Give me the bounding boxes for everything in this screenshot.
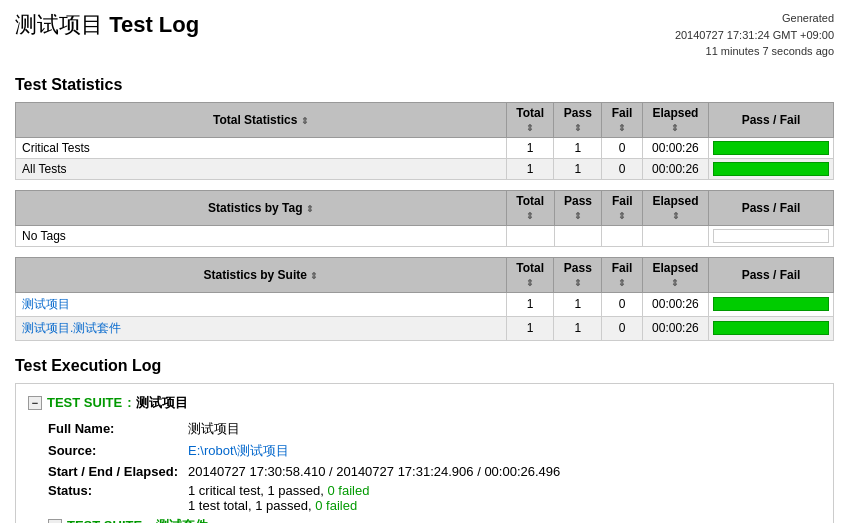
suite-row-1-fail: 0	[602, 292, 643, 316]
pass-fail-bar-empty	[713, 229, 829, 243]
tag-stats-header: Statistics by Tag ⇕	[16, 190, 507, 225]
start-end-row: Start / End / Elapsed: 20140727 17:30:58…	[48, 464, 821, 479]
table-row: 测试项目.测试套件 1 1 0 00:00:26	[16, 316, 834, 340]
suite-row-1-elapsed: 00:00:26	[642, 292, 708, 316]
source-row: Source: E:\robot\测试项目	[48, 442, 821, 460]
table-row: Critical Tests 1 1 0 00:00:26	[16, 137, 834, 158]
total-col-header: Total ⇕	[506, 102, 554, 137]
main-suite-toggle[interactable]: −	[28, 396, 42, 410]
all-tests-label: All Tests	[16, 158, 507, 179]
pass-fail-bar-green	[713, 297, 829, 311]
total-statistics-table: Total Statistics ⇕ Total ⇕ Pass ⇕ Fail ⇕…	[15, 102, 834, 180]
pass-col-header: Pass ⇕	[554, 102, 602, 137]
suite-stats-header: Statistics by Suite ⇕	[16, 257, 507, 292]
no-tags-label: No Tags	[16, 225, 507, 246]
elapsed-col-header: Elapsed ⇕	[642, 102, 708, 137]
all-pass: 1	[554, 158, 602, 179]
suite-row-1-name: 测试项目	[16, 292, 507, 316]
suite-elapsed-header: Elapsed ⇕	[642, 257, 708, 292]
pass-fail-bar-green	[713, 162, 829, 176]
notag-pass-fail-bar	[709, 225, 834, 246]
suite-row-2-bar	[708, 316, 833, 340]
pass-fail-col-header: Pass / Fail	[708, 102, 833, 137]
main-suite-colon: :	[127, 395, 131, 410]
table-row: 测试项目 1 1 0 00:00:26	[16, 292, 834, 316]
suite-fail-header: Fail ⇕	[602, 257, 643, 292]
status-value: 1 critical test, 1 passed, 0 failed 1 te…	[188, 483, 369, 513]
pass-fail-bar-green	[713, 141, 829, 155]
execution-log-box: − TEST SUITE : 测试项目 Full Name: 测试项目 Sour…	[15, 383, 834, 524]
suite-row-2-elapsed: 00:00:26	[642, 316, 708, 340]
sub-suite-header: + TEST SUITE : 测试套件	[48, 517, 821, 524]
suite-link-2[interactable]: 测试项目.测试套件	[22, 321, 121, 335]
page-title: 测试项目 Test Log	[15, 10, 199, 40]
suite-row-1-pass: 1	[554, 292, 602, 316]
notag-total	[506, 225, 554, 246]
all-pass-fail-bar	[708, 158, 833, 179]
execution-section: Test Execution Log − TEST SUITE : 测试项目 F…	[15, 357, 834, 524]
pass-fail-bar-green	[713, 321, 829, 335]
suite-pass-fail-header: Pass / Fail	[708, 257, 833, 292]
suite-row-2-total: 1	[506, 316, 554, 340]
all-total: 1	[506, 158, 554, 179]
suite-link-1[interactable]: 测试项目	[22, 297, 70, 311]
suite-pass-header: Pass ⇕	[554, 257, 602, 292]
tag-fail-header: Fail ⇕	[602, 190, 643, 225]
notag-pass	[554, 225, 602, 246]
notag-fail	[602, 225, 643, 246]
suite-total-header: Total ⇕	[506, 257, 554, 292]
all-fail: 0	[602, 158, 643, 179]
table-row: No Tags	[16, 225, 834, 246]
fail-col-header: Fail ⇕	[602, 102, 643, 137]
critical-elapsed: 00:00:26	[642, 137, 708, 158]
test-statistics-section: Test Statistics Total Statistics ⇕ Total…	[15, 76, 834, 341]
sub-suite-toggle[interactable]: +	[48, 519, 62, 524]
source-link[interactable]: E:\robot\测试项目	[188, 443, 289, 458]
tag-pass-header: Pass ⇕	[554, 190, 602, 225]
page-header: 测试项目 Test Log Generated 20140727 17:31:2…	[15, 10, 834, 60]
tag-pass-fail-header: Pass / Fail	[709, 190, 834, 225]
test-statistics-title: Test Statistics	[15, 76, 834, 94]
critical-fail: 0	[602, 137, 643, 158]
critical-tests-label: Critical Tests	[16, 137, 507, 158]
suite-statistics-table: Statistics by Suite ⇕ Total ⇕ Pass ⇕ Fai…	[15, 257, 834, 341]
suite-details: Full Name: 测试项目 Source: E:\robot\测试项目 St…	[48, 420, 821, 524]
sub-suite-colon: :	[147, 518, 151, 523]
suite-row-2-pass: 1	[554, 316, 602, 340]
suite-row-1-bar	[708, 292, 833, 316]
critical-total: 1	[506, 137, 554, 158]
suite-row-1-total: 1	[506, 292, 554, 316]
tag-elapsed-header: Elapsed ⇕	[643, 190, 709, 225]
suite-row-2-name: 测试项目.测试套件	[16, 316, 507, 340]
generated-info: Generated 20140727 17:31:24 GMT +09:00 1…	[675, 10, 834, 60]
main-suite-header: − TEST SUITE : 测试项目	[28, 394, 821, 412]
tag-statistics-table: Statistics by Tag ⇕ Total ⇕ Pass ⇕ Fail …	[15, 190, 834, 247]
critical-pass-fail-bar	[708, 137, 833, 158]
all-elapsed: 00:00:26	[642, 158, 708, 179]
table-row: All Tests 1 1 0 00:00:26	[16, 158, 834, 179]
suite-row-2-fail: 0	[602, 316, 643, 340]
tag-total-header: Total ⇕	[506, 190, 554, 225]
execution-log-title: Test Execution Log	[15, 357, 834, 375]
critical-pass: 1	[554, 137, 602, 158]
status-row: Status: 1 critical test, 1 passed, 0 fai…	[48, 483, 821, 513]
notag-elapsed	[643, 225, 709, 246]
total-stats-header: Total Statistics ⇕	[16, 102, 507, 137]
full-name-row: Full Name: 测试项目	[48, 420, 821, 438]
source-value: E:\robot\测试项目	[188, 442, 289, 460]
